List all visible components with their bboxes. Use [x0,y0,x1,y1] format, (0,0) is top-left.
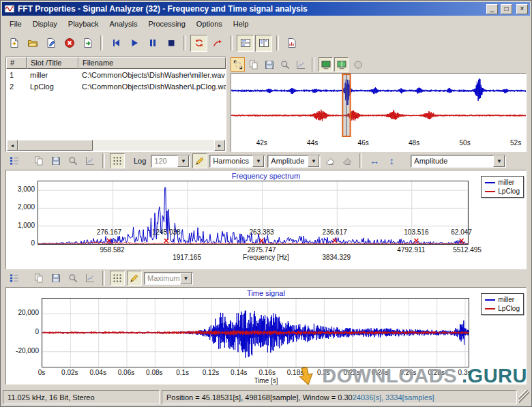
h-scale-button[interactable]: ↔ [367,153,382,168]
display-left-button[interactable] [319,57,333,72]
zoom-chart-button[interactable] [65,271,80,286]
edit-file-button[interactable] [42,35,59,52]
file-row[interactable]: 2LpClogC:\CommonObjects\DishWasher\LpClo… [6,80,226,92]
x-axis-label: 0.3s [451,369,478,376]
play-button[interactable] [125,35,143,52]
chart-options-button[interactable] [83,271,98,286]
maximize-button[interactable]: □ [501,4,512,14]
menu-options[interactable]: Options [191,18,228,30]
amplitude-combobox-value: Amplitude [268,157,308,165]
axis-combobox-value: Amplitude [411,157,493,165]
menu-help[interactable]: Help [228,18,254,30]
follow-playback-button[interactable] [209,35,226,52]
app-icon [4,3,15,14]
amplitude-combobox[interactable]: Amplitude▼ [267,155,321,168]
v-scale-button[interactable]: ↕ [384,153,399,168]
copy-chart-button[interactable] [31,271,46,286]
column-header-filename[interactable]: Filename [78,57,226,69]
scroll-left-icon[interactable]: ◄ [7,140,18,151]
edit-file-icon [46,37,57,48]
report-button[interactable] [283,35,300,52]
resize-grip[interactable] [519,390,529,404]
open-file-button[interactable] [24,35,41,52]
y-axis-label: -20,000 [6,347,39,355]
time-x-axis: 0s0.02s0.04s0.06s0.08s0.1s0.12s0.14s0.16… [6,369,526,377]
layout-tiled-button[interactable] [255,35,272,52]
menu-file[interactable]: File [4,18,27,30]
pen-tool-button[interactable] [127,271,142,286]
menu-processing[interactable]: Processing [143,18,190,30]
minimize-button[interactable]: _ [486,4,498,14]
horizontal-scrollbar[interactable]: ◄ ► [7,140,225,151]
chart-options-button[interactable] [293,57,308,72]
h-arrows-icon: ↔ [370,155,379,166]
marker-properties-button[interactable] [7,271,22,286]
eraser-all-button[interactable] [340,153,355,168]
maximum-combobox[interactable]: Maximum▼ [144,272,193,285]
toolbar-separator [312,57,314,72]
menu-display[interactable]: Display [27,18,63,30]
zoom-chart-button[interactable] [65,153,80,168]
save-chart-button[interactable] [262,57,276,72]
titlebar[interactable]: FFT Properties - Signal Analyzer (32) - … [2,2,530,16]
chevron-down-icon[interactable]: ▼ [177,155,189,167]
close-button[interactable]: × [516,4,528,14]
zoom-chart-button[interactable] [278,57,292,72]
save-icon [50,155,61,166]
chevron-down-icon[interactable]: ▼ [308,155,319,167]
x-axis-label: 0.12s [197,369,224,376]
loop-playback-button[interactable] [190,35,207,52]
copy-chart-button[interactable] [31,153,46,168]
overview-axis-label: 44s [303,139,322,147]
column-header-slot-title[interactable]: Slot /Title [27,57,78,69]
menu-playback[interactable]: Playback [63,18,104,30]
pause-button[interactable] [144,35,161,52]
scrollbar-thumb[interactable] [18,140,93,151]
marker-list-icon [9,273,20,284]
eraser-button[interactable] [323,153,338,168]
add-file-button[interactable] [5,35,23,52]
app-window: FFT Properties - Signal Analyzer (32) - … [0,0,532,407]
menu-analysis[interactable]: Analysis [104,18,143,30]
overview-plot[interactable] [231,74,526,137]
display-right-button[interactable] [334,57,349,72]
eraser-icon [325,155,336,166]
scrollbar-track[interactable] [18,140,214,151]
dot-grid-icon [112,273,123,284]
file-cell: C:\CommonObjects\DishWasher\miller.wav [78,71,226,79]
chevron-down-icon[interactable]: ▼ [252,155,264,167]
chart-options-button[interactable] [83,153,98,168]
x-axis-label: 0.02s [56,369,83,376]
log-combobox[interactable]: 120▼ [151,155,190,168]
spectrum-plot[interactable]: 276.1671245.038263.383236.617103.51662.0… [38,181,469,245]
column-header-number[interactable]: # [6,57,27,69]
save-chart-button[interactable] [48,271,63,286]
zoom-select-button[interactable] [231,57,245,72]
spectrum-legend: millerLpClog [481,176,524,198]
x-axis-label: 0.2s [310,369,337,376]
export-file-button[interactable] [79,35,96,52]
remove-file-button[interactable] [61,35,78,52]
stop-button[interactable] [162,35,179,52]
file-row[interactable]: 1millerC:\CommonObjects\DishWasher\mille… [6,69,226,80]
marker-properties-button[interactable] [7,153,22,168]
toolbar-separator [102,271,105,286]
layout-stacked-button[interactable] [237,35,254,52]
chevron-down-icon[interactable]: ▼ [180,273,192,284]
chevron-down-icon[interactable]: ▼ [493,155,505,167]
fft-settings-button[interactable] [110,153,125,168]
fft-settings-button[interactable] [110,271,125,286]
legend-label: LpClog [498,187,520,195]
axis-combobox[interactable]: Amplitude▼ [411,155,506,168]
scroll-right-icon[interactable]: ► [214,140,225,151]
harmonics-combobox[interactable]: Harmonics▼ [209,155,265,168]
dot-grid-icon [112,155,123,166]
skip-start-button[interactable] [107,35,124,52]
time-plot[interactable] [42,298,469,367]
copy-chart-button[interactable] [246,57,261,72]
file-list-panel: # Slot /Title Filename 1millerC:\CommonO… [5,57,226,152]
statusbar: 11.025 kHz, 16 Bit, Stereo Position = 45… [3,390,529,404]
save-chart-button[interactable] [48,153,63,168]
pen-tool-button[interactable] [192,153,207,168]
spectrum-title: Frequency spectrum [6,172,526,180]
